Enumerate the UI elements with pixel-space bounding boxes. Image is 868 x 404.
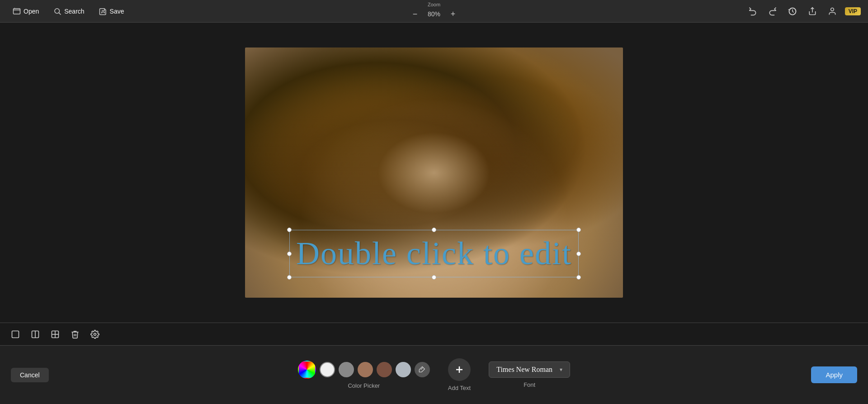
undo-button[interactable]: [745, 4, 760, 19]
svg-point-5: [830, 8, 834, 11]
toolbar-right: VIP: [745, 4, 861, 19]
delete-button[interactable]: [67, 326, 83, 342]
silver-swatch[interactable]: [396, 362, 411, 377]
editable-text[interactable]: Double click to edit: [296, 235, 572, 272]
apply-button[interactable]: Apply: [811, 366, 857, 383]
svg-rect-6: [12, 331, 19, 337]
brown-swatch[interactable]: [377, 362, 392, 377]
delete-icon: [71, 330, 80, 339]
save-icon: [99, 7, 107, 15]
settings-button[interactable]: [87, 326, 103, 342]
history-button[interactable]: [785, 4, 800, 19]
grid-layout-button[interactable]: [47, 326, 63, 342]
color-swatches-row: [298, 361, 430, 379]
split-layout-button[interactable]: [27, 326, 43, 342]
svg-point-1: [55, 9, 60, 14]
dropper-swatch[interactable]: [415, 362, 430, 377]
add-text-section: Add Text: [448, 358, 471, 391]
editable-text-wrapper: Double click to edit: [289, 230, 579, 277]
font-selector[interactable]: Times New Roman ▾: [489, 361, 570, 378]
zoom-value: 80%: [425, 10, 443, 18]
cancel-button[interactable]: Cancel: [11, 368, 49, 382]
redo-icon: [768, 7, 777, 16]
white-swatch[interactable]: [320, 362, 335, 377]
handle-top-left[interactable]: [287, 228, 292, 232]
zoom-in-button[interactable]: +: [447, 8, 459, 20]
add-text-button[interactable]: [448, 358, 471, 381]
bottom-panel: Cancel Color Picker Add Tex: [0, 345, 868, 404]
top-toolbar: Open Search Save Zoom − 80% +: [0, 0, 868, 23]
undo-icon: [748, 7, 757, 16]
single-layout-icon: [11, 330, 20, 339]
zoom-title: Zoom: [428, 2, 440, 7]
brown-light-swatch[interactable]: [358, 362, 373, 377]
image-canvas[interactable]: Double click to edit: [245, 48, 623, 298]
svg-line-2: [59, 13, 61, 14]
canvas-area: Double click to edit: [0, 23, 868, 323]
save-button[interactable]: Save: [94, 5, 130, 17]
settings-icon: [90, 330, 99, 339]
font-label: Font: [524, 381, 535, 388]
chevron-down-icon: ▾: [560, 366, 562, 373]
search-label: Search: [64, 8, 84, 15]
zoom-out-button[interactable]: −: [409, 8, 421, 20]
add-text-label: Add Text: [448, 385, 471, 391]
gray-swatch[interactable]: [339, 362, 354, 377]
share-icon: [808, 7, 817, 16]
font-name: Times New Roman: [496, 366, 552, 374]
split-layout-icon: [31, 330, 40, 339]
palette-swatch[interactable]: [298, 361, 316, 379]
vip-badge[interactable]: VIP: [845, 7, 861, 15]
single-layout-button[interactable]: [7, 326, 24, 342]
history-icon: [788, 7, 797, 16]
handle-bottom-middle[interactable]: [432, 275, 436, 280]
user-icon: [828, 7, 837, 16]
handle-bottom-left[interactable]: [287, 275, 292, 280]
open-button[interactable]: Open: [7, 5, 44, 17]
user-button[interactable]: [825, 4, 840, 19]
dropper-icon: [419, 366, 426, 373]
bottom-toolbar: [0, 323, 868, 345]
handle-middle-right[interactable]: [576, 252, 581, 256]
plus-icon: [454, 364, 465, 375]
svg-point-12: [94, 333, 96, 335]
open-icon: [13, 7, 21, 15]
handle-middle-left[interactable]: [287, 252, 292, 256]
handle-top-right[interactable]: [576, 228, 581, 232]
svg-rect-0: [14, 9, 20, 14]
text-selection-container[interactable]: Double click to edit: [289, 230, 579, 277]
save-label: Save: [110, 8, 124, 15]
search-icon: [53, 7, 61, 15]
main-area: Double click to edit: [0, 23, 868, 323]
share-button[interactable]: [805, 4, 820, 19]
redo-button[interactable]: [765, 4, 780, 19]
handle-bottom-right[interactable]: [576, 275, 581, 280]
open-label: Open: [24, 8, 39, 15]
search-button[interactable]: Search: [48, 5, 90, 17]
color-picker-label: Color Picker: [348, 382, 380, 389]
font-section: Times New Roman ▾ Font: [489, 361, 570, 388]
color-picker-section: Color Picker: [298, 361, 430, 389]
zoom-control: − 80% +: [409, 8, 459, 20]
handle-top-middle[interactable]: [432, 228, 436, 232]
grid-layout-icon: [51, 330, 60, 339]
